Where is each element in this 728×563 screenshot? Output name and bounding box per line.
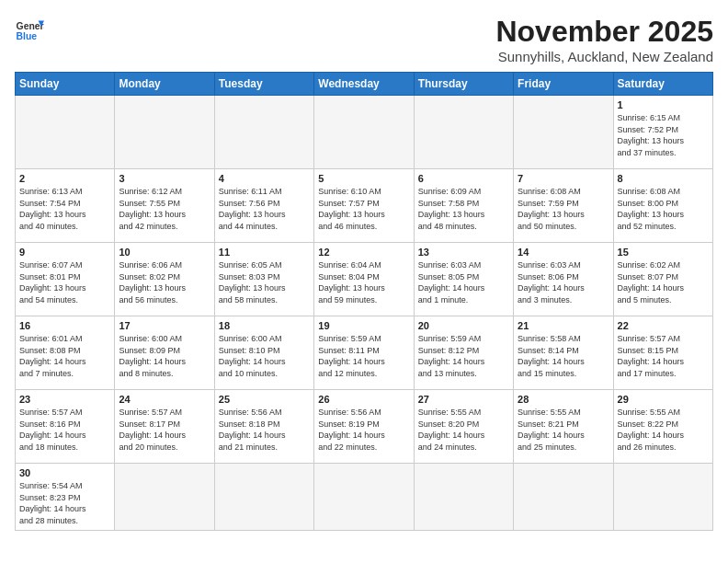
day-number: 4 — [219, 173, 310, 184]
calendar-day-cell: 4Sunrise: 6:11 AM Sunset: 7:56 PM Daylig… — [214, 169, 313, 243]
calendar-week-row: 23Sunrise: 5:57 AM Sunset: 8:16 PM Dayli… — [16, 390, 713, 464]
day-number: 30 — [19, 467, 110, 478]
day-number: 14 — [518, 247, 609, 258]
day-info: Sunrise: 6:08 AM Sunset: 7:59 PM Dayligh… — [518, 186, 609, 232]
day-info: Sunrise: 6:06 AM Sunset: 8:02 PM Dayligh… — [119, 259, 210, 305]
day-number: 18 — [219, 320, 310, 331]
day-number: 6 — [418, 173, 509, 184]
day-info: Sunrise: 5:57 AM Sunset: 8:17 PM Dayligh… — [119, 407, 210, 453]
calendar-table: SundayMondayTuesdayWednesdayThursdayFrid… — [15, 72, 713, 531]
weekday-header: Monday — [115, 73, 214, 96]
day-number: 9 — [19, 247, 110, 258]
calendar-day-cell — [314, 464, 414, 531]
calendar-day-cell: 30Sunrise: 5:54 AM Sunset: 8:23 PM Dayli… — [16, 464, 115, 531]
weekday-header-row: SundayMondayTuesdayWednesdayThursdayFrid… — [16, 73, 713, 96]
day-number: 16 — [19, 320, 110, 331]
calendar-day-cell — [613, 464, 712, 531]
weekday-header: Thursday — [414, 73, 513, 96]
day-number: 2 — [19, 173, 110, 184]
day-info: Sunrise: 6:09 AM Sunset: 7:58 PM Dayligh… — [418, 186, 509, 232]
day-number: 7 — [518, 173, 609, 184]
day-info: Sunrise: 6:01 AM Sunset: 8:08 PM Dayligh… — [19, 333, 110, 379]
calendar-day-cell: 2Sunrise: 6:13 AM Sunset: 7:54 PM Daylig… — [16, 169, 115, 243]
day-number: 28 — [518, 394, 609, 405]
calendar-day-cell — [214, 96, 313, 169]
weekday-header: Wednesday — [314, 73, 414, 96]
day-info: Sunrise: 6:03 AM Sunset: 8:05 PM Dayligh… — [418, 259, 509, 305]
calendar-day-cell: 29Sunrise: 5:55 AM Sunset: 8:22 PM Dayli… — [613, 390, 712, 464]
day-number: 13 — [418, 247, 509, 258]
day-info: Sunrise: 5:56 AM Sunset: 8:18 PM Dayligh… — [219, 407, 310, 453]
day-info: Sunrise: 6:11 AM Sunset: 7:56 PM Dayligh… — [219, 186, 310, 232]
day-number: 19 — [318, 320, 409, 331]
weekday-header: Sunday — [16, 73, 115, 96]
day-number: 21 — [518, 320, 609, 331]
logo: General Blue — [15, 15, 44, 44]
calendar-day-cell — [514, 96, 613, 169]
day-number: 1 — [618, 99, 709, 110]
day-info: Sunrise: 6:00 AM Sunset: 8:09 PM Dayligh… — [119, 333, 210, 379]
day-info: Sunrise: 5:55 AM Sunset: 8:20 PM Dayligh… — [418, 407, 509, 453]
day-info: Sunrise: 6:15 AM Sunset: 7:52 PM Dayligh… — [618, 112, 709, 158]
calendar-day-cell: 25Sunrise: 5:56 AM Sunset: 8:18 PM Dayli… — [214, 390, 313, 464]
day-number: 20 — [418, 320, 509, 331]
calendar-day-cell: 12Sunrise: 6:04 AM Sunset: 8:04 PM Dayli… — [314, 243, 414, 316]
day-info: Sunrise: 6:05 AM Sunset: 8:03 PM Dayligh… — [219, 259, 310, 305]
calendar-week-row: 2Sunrise: 6:13 AM Sunset: 7:54 PM Daylig… — [16, 169, 713, 243]
day-info: Sunrise: 5:55 AM Sunset: 8:21 PM Dayligh… — [518, 407, 609, 453]
calendar-day-cell: 9Sunrise: 6:07 AM Sunset: 8:01 PM Daylig… — [16, 243, 115, 316]
day-number: 12 — [318, 247, 409, 258]
calendar-day-cell: 11Sunrise: 6:05 AM Sunset: 8:03 PM Dayli… — [214, 243, 313, 316]
day-number: 15 — [618, 247, 709, 258]
day-info: Sunrise: 5:57 AM Sunset: 8:16 PM Dayligh… — [19, 407, 110, 453]
day-number: 10 — [119, 247, 210, 258]
day-info: Sunrise: 6:10 AM Sunset: 7:57 PM Dayligh… — [318, 186, 409, 232]
calendar-day-cell: 8Sunrise: 6:08 AM Sunset: 8:00 PM Daylig… — [613, 169, 712, 243]
calendar-day-cell: 23Sunrise: 5:57 AM Sunset: 8:16 PM Dayli… — [16, 390, 115, 464]
calendar-week-row: 16Sunrise: 6:01 AM Sunset: 8:08 PM Dayli… — [16, 316, 713, 390]
day-info: Sunrise: 6:13 AM Sunset: 7:54 PM Dayligh… — [19, 186, 110, 232]
calendar-day-cell: 6Sunrise: 6:09 AM Sunset: 7:58 PM Daylig… — [414, 169, 513, 243]
calendar-day-cell: 26Sunrise: 5:56 AM Sunset: 8:19 PM Dayli… — [314, 390, 414, 464]
day-number: 24 — [119, 394, 210, 405]
page-header: General Blue November 2025 Sunnyhills, A… — [15, 15, 713, 64]
calendar-day-cell: 15Sunrise: 6:02 AM Sunset: 8:07 PM Dayli… — [613, 243, 712, 316]
day-number: 27 — [418, 394, 509, 405]
day-info: Sunrise: 6:12 AM Sunset: 7:55 PM Dayligh… — [119, 186, 210, 232]
day-info: Sunrise: 6:07 AM Sunset: 8:01 PM Dayligh… — [19, 259, 110, 305]
day-number: 26 — [318, 394, 409, 405]
weekday-header: Friday — [514, 73, 613, 96]
day-info: Sunrise: 6:00 AM Sunset: 8:10 PM Dayligh… — [219, 333, 310, 379]
calendar-day-cell: 18Sunrise: 6:00 AM Sunset: 8:10 PM Dayli… — [214, 316, 313, 390]
calendar-day-cell — [314, 96, 414, 169]
calendar-day-cell — [414, 464, 513, 531]
day-info: Sunrise: 5:57 AM Sunset: 8:15 PM Dayligh… — [618, 333, 709, 379]
day-number: 11 — [219, 247, 310, 258]
calendar-day-cell: 22Sunrise: 5:57 AM Sunset: 8:15 PM Dayli… — [613, 316, 712, 390]
title-area: November 2025 Sunnyhills, Auckland, New … — [495, 15, 713, 64]
day-number: 23 — [19, 394, 110, 405]
day-info: Sunrise: 6:03 AM Sunset: 8:06 PM Dayligh… — [518, 259, 609, 305]
calendar-day-cell: 24Sunrise: 5:57 AM Sunset: 8:17 PM Dayli… — [115, 390, 214, 464]
calendar-day-cell: 1Sunrise: 6:15 AM Sunset: 7:52 PM Daylig… — [613, 96, 712, 169]
calendar-day-cell: 28Sunrise: 5:55 AM Sunset: 8:21 PM Dayli… — [514, 390, 613, 464]
calendar-day-cell: 3Sunrise: 6:12 AM Sunset: 7:55 PM Daylig… — [115, 169, 214, 243]
day-info: Sunrise: 6:04 AM Sunset: 8:04 PM Dayligh… — [318, 259, 409, 305]
calendar-day-cell — [115, 96, 214, 169]
calendar-day-cell — [115, 464, 214, 531]
calendar-day-cell — [214, 464, 313, 531]
calendar-day-cell: 13Sunrise: 6:03 AM Sunset: 8:05 PM Dayli… — [414, 243, 513, 316]
calendar-day-cell: 5Sunrise: 6:10 AM Sunset: 7:57 PM Daylig… — [314, 169, 414, 243]
day-number: 17 — [119, 320, 210, 331]
weekday-header: Saturday — [613, 73, 712, 96]
day-number: 22 — [618, 320, 709, 331]
logo-icon: General Blue — [15, 15, 44, 44]
calendar-day-cell — [16, 96, 115, 169]
calendar-day-cell: 20Sunrise: 5:59 AM Sunset: 8:12 PM Dayli… — [414, 316, 513, 390]
calendar-week-row: 1Sunrise: 6:15 AM Sunset: 7:52 PM Daylig… — [16, 96, 713, 169]
month-title: November 2025 — [495, 15, 713, 49]
day-info: Sunrise: 6:08 AM Sunset: 8:00 PM Dayligh… — [618, 186, 709, 232]
calendar-day-cell: 19Sunrise: 5:59 AM Sunset: 8:11 PM Dayli… — [314, 316, 414, 390]
weekday-header: Tuesday — [214, 73, 313, 96]
day-info: Sunrise: 5:54 AM Sunset: 8:23 PM Dayligh… — [19, 480, 110, 526]
